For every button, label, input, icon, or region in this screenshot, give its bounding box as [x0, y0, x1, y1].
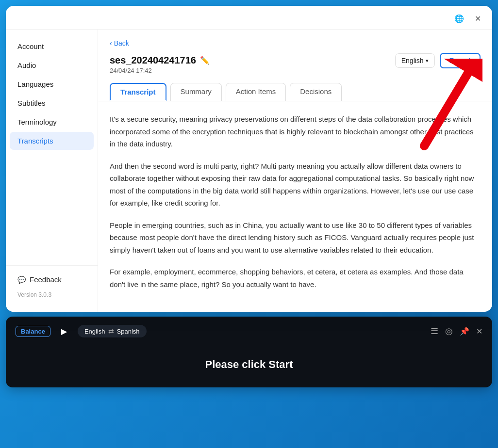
transcript-para-1: It's a secure security, meaning privacy …: [110, 113, 481, 150]
globe-icon[interactable]: 🌐: [452, 12, 466, 25]
main-header: ‹ Back ses_202404241716 ✏️ 24/04/24 17:4…: [98, 30, 492, 74]
tab-summary[interactable]: Summary: [170, 83, 222, 101]
tab-decisions[interactable]: Decisions: [290, 83, 342, 101]
feedback-icon: 💬: [17, 276, 26, 284]
sidebar-item-languages[interactable]: Languages: [10, 75, 94, 93]
swap-icon[interactable]: ⇄: [108, 327, 114, 335]
tabs-row: Transcript Summary Action Items Decision…: [98, 74, 492, 101]
session-title-row: ses_202404241716 ✏️: [110, 55, 210, 66]
pin-icon[interactable]: 📌: [460, 327, 469, 336]
sidebar-item-audio[interactable]: Audio: [10, 56, 94, 74]
target-icon[interactable]: ◎: [445, 326, 453, 336]
close-icon[interactable]: ✕: [471, 12, 484, 25]
close-player-icon[interactable]: ✕: [476, 327, 482, 336]
player-center-text: Please click Start: [16, 344, 482, 381]
target-language-label: Spanish: [117, 328, 140, 335]
edit-icon[interactable]: ✏️: [200, 56, 210, 65]
sidebar-item-transcripts[interactable]: Transcripts: [10, 132, 94, 150]
sidebar-bottom: 💬 Feedback Version 3.0.3: [6, 265, 98, 304]
transcript-para-3: People in emerging countries, such as in…: [110, 219, 481, 256]
player-left: Balance ▶ English ⇄ Spanish: [16, 323, 147, 339]
export-button[interactable]: Export: [440, 53, 481, 68]
play-button[interactable]: ▶: [56, 323, 72, 339]
language-label: English: [401, 57, 424, 64]
main-panel: ‹ Back ses_202404241716 ✏️ 24/04/24 17:4…: [98, 30, 492, 312]
title-bar: 🌐 ✕: [6, 6, 492, 30]
player-top-row: Balance ▶ English ⇄ Spanish ☰ ◎ 📌 ✕: [16, 323, 482, 339]
captions-icon[interactable]: ☰: [431, 326, 438, 336]
content-area: Account Audio Languages Subtitles Termin…: [6, 30, 492, 312]
back-label: Back: [114, 39, 129, 47]
balance-badge: Balance: [16, 326, 50, 337]
header-top-row: ‹ Back: [110, 39, 481, 47]
tab-action-items[interactable]: Action Items: [226, 83, 286, 101]
sidebar-item-terminology[interactable]: Terminology: [10, 113, 94, 131]
transcript-para-4: For example, employment, ecommerce, shop…: [110, 266, 481, 290]
language-selector[interactable]: English ▾: [395, 53, 435, 68]
app-window: 🌐 ✕ Account Audio Languages Subtitles Te…: [6, 6, 492, 312]
sidebar-item-subtitles[interactable]: Subtitles: [10, 94, 94, 112]
feedback-label: Feedback: [30, 275, 62, 284]
title-bar-icons: 🌐 ✕: [452, 12, 484, 25]
feedback-item[interactable]: 💬 Feedback: [14, 272, 90, 288]
back-chevron-icon: ‹: [110, 39, 112, 47]
session-date: 24/04/24 17:42: [110, 67, 152, 74]
source-language-label: English: [84, 328, 105, 335]
transcript-para-2: And then the second word is multi party,…: [110, 160, 481, 209]
back-button[interactable]: ‹ Back: [110, 39, 129, 47]
bottom-player: Balance ▶ English ⇄ Spanish ☰ ◎ 📌 ✕ Plea…: [6, 317, 492, 387]
transcript-content: It's a secure security, meaning privacy …: [98, 101, 492, 312]
player-right: ☰ ◎ 📌 ✕: [431, 326, 482, 336]
sidebar: Account Audio Languages Subtitles Termin…: [6, 30, 98, 312]
language-pair: English ⇄ Spanish: [78, 325, 147, 337]
session-title: ses_202404241716: [110, 55, 196, 66]
tab-transcript[interactable]: Transcript: [110, 83, 166, 101]
chevron-down-icon: ▾: [426, 58, 429, 64]
sidebar-nav: Account Audio Languages Subtitles Termin…: [6, 37, 98, 265]
version-text: Version 3.0.3: [14, 288, 90, 298]
sidebar-item-account[interactable]: Account: [10, 37, 94, 55]
header-controls: English ▾ Export: [395, 53, 481, 68]
